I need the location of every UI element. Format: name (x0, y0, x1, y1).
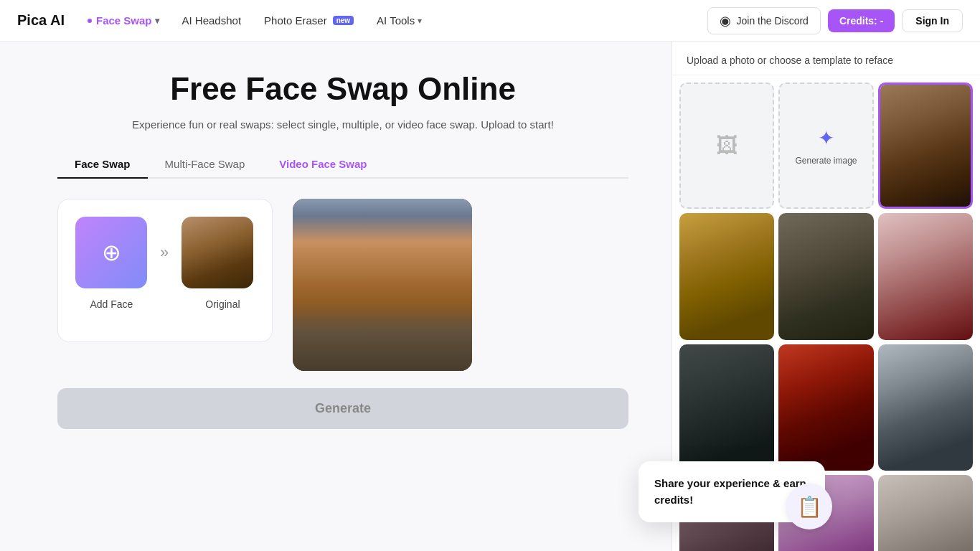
main-layout: Free Face Swap Online Experience fun or … (0, 42, 980, 551)
logo[interactable]: Pica AI (17, 12, 65, 29)
page-subtitle: Experience fun or real swaps: select sin… (57, 118, 628, 131)
nav-ai-tools-label: AI Tools (377, 14, 415, 27)
template-image-1 (880, 85, 971, 207)
template-upload-slot[interactable]: 🖼 (679, 83, 774, 209)
template-item-7[interactable] (878, 344, 973, 471)
original-thumb[interactable] (182, 217, 253, 288)
generate-slot-label: Generate image (795, 156, 857, 166)
upload-icon: ⊕ (102, 239, 121, 266)
nav-face-swap-label: Face Swap (96, 14, 152, 27)
upload-slot-icon: 🖼 (716, 133, 738, 158)
signin-button[interactable]: Sign In (902, 9, 963, 32)
nav-item-ai-tools[interactable]: AI Tools ▾ (368, 10, 430, 31)
template-generate-slot[interactable]: ✦ Generate image (778, 83, 873, 209)
template-image-6 (778, 344, 873, 471)
chevron-down-icon: ▾ (155, 16, 159, 26)
left-panel: Free Face Swap Online Experience fun or … (0, 42, 672, 551)
chevron-down-icon-tools: ▾ (418, 16, 422, 26)
clipboard-icon: 📋 (797, 495, 822, 519)
upload-labels-row: Add Face Original (75, 298, 255, 310)
nav-item-photo-eraser[interactable]: Photo Eraser new (255, 10, 362, 31)
upload-box: ⊕ » Add Face Original (57, 199, 273, 342)
tab-multi-face-swap[interactable]: Multi-Face Swap (148, 151, 263, 177)
preview-box: Original (293, 199, 472, 371)
navbar-right: ◉ Join the Discord Credits: - Sign In (707, 7, 963, 34)
nav-photo-eraser-label: Photo Eraser (264, 14, 327, 27)
logo-text: Pica AI (17, 12, 65, 29)
add-face-label: Add Face (90, 298, 133, 310)
template-item-6[interactable] (778, 344, 873, 471)
template-image-7 (878, 344, 973, 471)
generate-slot-icon: ✦ (818, 126, 834, 150)
original-label: Original (205, 298, 240, 310)
arrow-icon: » (160, 243, 169, 262)
active-dot-icon (88, 19, 92, 23)
template-item-5[interactable] (679, 344, 774, 471)
tab-face-swap[interactable]: Face Swap (57, 151, 148, 177)
right-panel-header: Upload a photo or choose a template to r… (672, 42, 980, 75)
original-thumb-image (182, 217, 253, 288)
template-image-4 (878, 213, 973, 339)
template-image-3 (778, 213, 873, 339)
generate-button[interactable]: Generate (57, 388, 628, 429)
template-item-10[interactable] (878, 475, 973, 551)
page-title: Free Face Swap Online (57, 70, 628, 108)
template-item-3[interactable] (778, 213, 873, 339)
template-item-1[interactable] (878, 83, 973, 209)
tab-video-face-swap[interactable]: Video Face Swap (262, 151, 384, 177)
template-image-2 (679, 213, 774, 339)
nav-item-face-swap[interactable]: Face Swap ▾ (79, 10, 168, 31)
preview-image (293, 199, 472, 371)
new-badge: new (333, 16, 354, 25)
credits-button[interactable]: Credits: - (828, 9, 895, 32)
add-face-button[interactable]: ⊕ (75, 217, 147, 288)
template-item-4[interactable] (878, 213, 973, 339)
template-image-10 (878, 475, 973, 551)
tab-row: Face Swap Multi-Face Swap Video Face Swa… (57, 151, 628, 179)
share-popup-icon[interactable]: 📋 (786, 484, 832, 529)
upload-inner-row: ⊕ » (75, 217, 255, 288)
template-image-5 (679, 344, 774, 471)
share-popup: Share your experience & earn credits! 📋 (639, 461, 825, 522)
nav-item-ai-headshot[interactable]: AI Headshot (174, 10, 250, 31)
discord-button[interactable]: ◉ Join the Discord (707, 7, 820, 34)
discord-icon: ◉ (720, 13, 731, 29)
discord-label: Join the Discord (736, 15, 808, 27)
nav-ai-headshot-label: AI Headshot (182, 14, 242, 27)
navbar: Pica AI Face Swap ▾ AI Headshot Photo Er… (0, 0, 980, 42)
template-item-2[interactable] (679, 213, 774, 339)
